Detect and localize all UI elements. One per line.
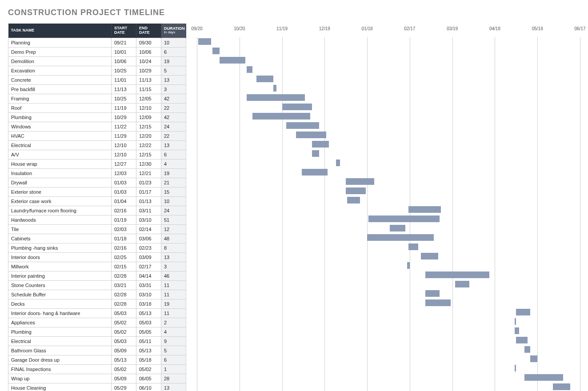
cell-start-date: 03/21 (112, 280, 136, 290)
cell-start-date: 05/02 (112, 327, 136, 336)
table-row: A/V12/1012/156 (8, 150, 186, 159)
cell-duration: 2 (161, 318, 186, 327)
cell-task-name: Appliances (8, 318, 112, 327)
cell-end-date: 10/06 (136, 47, 161, 56)
gantt-bar (212, 48, 220, 54)
gantt-bar (336, 160, 340, 166)
cell-task-name: House Cleaning (8, 383, 112, 391)
cell-start-date: 10/25 (112, 66, 136, 75)
cell-start-date: 02/16 (112, 243, 136, 252)
cell-start-date: 05/03 (112, 308, 136, 318)
table-row: Roof11/1912/1022 (8, 103, 186, 112)
gantt-row (197, 363, 580, 373)
cell-end-date: 01/13 (136, 196, 161, 206)
cell-end-date: 12/15 (136, 150, 161, 159)
cell-task-name: Decks (8, 299, 112, 308)
table-row: Schedule Buffer02/2803/1011 (8, 290, 186, 299)
gantt-row (197, 74, 580, 84)
gantt-bar (408, 243, 418, 250)
cell-duration: 10 (161, 196, 186, 206)
gantt-bar (530, 355, 537, 362)
cell-start-date: 05/03 (112, 336, 136, 346)
gantt-bar (247, 66, 252, 73)
gantt-row (197, 130, 580, 140)
cell-duration: 48 (161, 234, 186, 243)
cell-start-date: 01/18 (112, 234, 136, 243)
table-row: Insulation12/0312/2119 (8, 168, 186, 178)
cell-task-name: Electrical (8, 336, 112, 346)
gantt-rows (197, 37, 580, 391)
table-row: Demo Prep10/0110/066 (8, 47, 186, 56)
cell-end-date: 12/21 (136, 168, 161, 178)
cell-duration: 13 (161, 140, 186, 150)
cell-end-date: 02/23 (136, 243, 161, 252)
gantt-row (197, 158, 580, 168)
cell-duration: 22 (161, 131, 186, 140)
gantt-row (197, 326, 580, 335)
gantt-bar (296, 132, 326, 138)
cell-task-name: Exterior case work (8, 196, 112, 206)
cell-end-date: 05/05 (136, 327, 161, 336)
gantt-bar (408, 206, 441, 213)
cell-duration: 24 (161, 206, 186, 215)
cell-duration: 19 (161, 56, 186, 66)
gantt-bar (346, 178, 374, 185)
gantt-bar (515, 327, 519, 334)
cell-start-date: 05/13 (112, 355, 136, 364)
gantt-bar (220, 57, 245, 64)
cell-end-date: 12/10 (136, 103, 161, 112)
cell-end-date: 02/14 (136, 224, 161, 234)
cell-end-date: 01/23 (136, 178, 161, 187)
table-row: Framing10/2512/0542 (8, 94, 186, 103)
table-row: Millwork02/1502/173 (8, 262, 186, 271)
table-row: FINAL Inspections05/0205/021 (8, 364, 186, 374)
cell-task-name: Insulation (8, 168, 112, 178)
cell-task-name: Garage Door dress up (8, 355, 112, 364)
cell-start-date: 11/29 (112, 131, 136, 140)
gantt-row (197, 223, 580, 233)
gantt-row (197, 261, 580, 270)
gantt-row (197, 177, 580, 186)
cell-task-name: Exterior stone (8, 187, 112, 196)
table-row: Appliances05/0205/032 (8, 318, 186, 327)
table-header-row: TASK NAME START DATE END DATE DURATION i… (8, 24, 186, 38)
gantt-bar (553, 383, 570, 390)
cell-task-name: Interior doors- hang & hardware (8, 308, 112, 318)
cell-end-date: 05/02 (136, 364, 161, 374)
table-row: Interior doors- hang & hardware05/0305/1… (8, 308, 186, 318)
cell-end-date: 03/10 (136, 215, 161, 224)
cell-duration: 3 (161, 262, 186, 271)
axis-tick: 03/19 (447, 26, 458, 31)
cell-end-date: 12/05 (136, 94, 161, 103)
col-header-end: END DATE (136, 24, 161, 38)
table-row: Exterior case work01/0401/1310 (8, 196, 186, 206)
cell-end-date: 01/17 (136, 187, 161, 196)
cell-task-name: Plumbing -hang sinks (8, 243, 112, 252)
gantt-row (197, 345, 580, 354)
table-row: Cabinets01/1803/0648 (8, 234, 186, 243)
gantt-row (197, 196, 580, 205)
cell-end-date: 05/18 (136, 355, 161, 364)
gantt-bar (273, 85, 276, 92)
cell-start-date: 11/19 (112, 103, 136, 112)
cell-end-date: 05/13 (136, 308, 161, 318)
gantt-row (197, 214, 580, 223)
cell-duration: 4 (161, 159, 186, 168)
cell-start-date: 11/13 (112, 84, 136, 94)
gantt-bar (312, 141, 329, 148)
cell-start-date: 05/02 (112, 318, 136, 327)
cell-task-name: Demo Prep (8, 47, 112, 56)
cell-task-name: Demolition (8, 56, 112, 66)
table-row: Garage Door dress up05/1305/186 (8, 355, 186, 364)
cell-start-date: 10/29 (112, 112, 136, 122)
cell-end-date: 09/30 (136, 38, 161, 47)
table-row: Laundry/furnace room flooring02/1603/112… (8, 206, 186, 215)
cell-start-date: 12/10 (112, 140, 136, 150)
table-row: Electrical05/0305/119 (8, 336, 186, 346)
gantt-bar (516, 309, 530, 315)
cell-end-date: 10/29 (136, 66, 161, 75)
table-row: Stone Counters03/2103/3111 (8, 280, 186, 290)
cell-task-name: Stone Counters (8, 280, 112, 290)
cell-end-date: 10/24 (136, 56, 161, 66)
content-area: TASK NAME START DATE END DATE DURATION i… (8, 24, 580, 391)
